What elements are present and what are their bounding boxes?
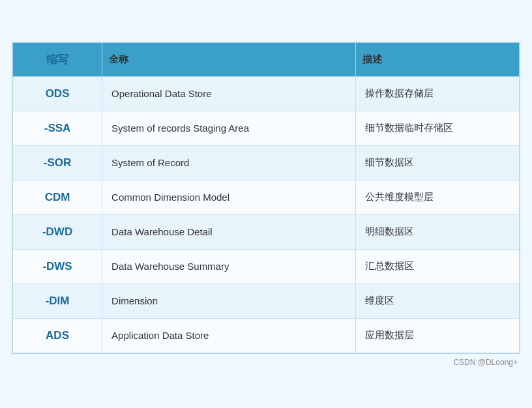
cell-desc: 汇总数据区	[355, 249, 519, 284]
table-row: -SSASystem of records Staging Area细节数据临时…	[13, 111, 520, 145]
cell-abbr: -DIM	[13, 284, 102, 318]
table-row: -DIMDimension维度区	[13, 284, 520, 318]
cell-full: Application Data Store	[102, 318, 356, 353]
cell-full: Common Dimension Model	[102, 180, 356, 214]
cell-desc: 细节数据区	[355, 145, 519, 180]
cell-full: Dimension	[102, 284, 356, 318]
cell-full: System of records Staging Area	[102, 111, 356, 145]
cell-full: Data Warehouse Detail	[102, 214, 356, 249]
cell-abbr: CDM	[13, 180, 102, 214]
cell-desc: 维度区	[355, 284, 519, 318]
table-body: ODSOperational Data Store操作数据存储层-SSASyst…	[13, 76, 520, 353]
cell-desc: 操作数据存储层	[355, 76, 519, 111]
cell-desc: 公共维度模型层	[355, 180, 519, 214]
table-row: CDMCommon Dimension Model公共维度模型层	[13, 180, 520, 214]
cell-abbr: -DWS	[13, 249, 102, 284]
header-full: 全称	[102, 42, 356, 76]
header-desc: 描述	[355, 42, 519, 76]
cell-abbr: -SSA	[13, 111, 102, 145]
footer-credit: CSDN @DLoong+	[12, 358, 520, 367]
table-row: -DWDData Warehouse Detail明细数据区	[13, 214, 520, 249]
table-row: -DWSData Warehouse Summary汇总数据区	[13, 249, 520, 284]
table-header-row: 缩写 全称 描述	[13, 42, 520, 76]
table-row: ADSApplication Data Store应用数据层	[13, 318, 520, 353]
data-table: 缩写 全称 描述 ODSOperational Data Store操作数据存储…	[12, 42, 520, 353]
main-table-wrapper: 缩写 全称 描述 ODSOperational Data Store操作数据存储…	[12, 42, 520, 354]
cell-abbr: -DWD	[13, 214, 102, 249]
cell-full: System of Record	[102, 145, 356, 180]
cell-abbr: ADS	[13, 318, 102, 353]
cell-full: Operational Data Store	[102, 76, 356, 111]
cell-desc: 明细数据区	[355, 214, 519, 249]
table-row: -SORSystem of Record细节数据区	[13, 145, 520, 180]
cell-full: Data Warehouse Summary	[102, 249, 356, 284]
cell-abbr: -SOR	[13, 145, 102, 180]
table-row: ODSOperational Data Store操作数据存储层	[13, 76, 520, 111]
cell-desc: 细节数据临时存储区	[355, 111, 519, 145]
header-abbr: 缩写	[13, 42, 102, 76]
cell-desc: 应用数据层	[355, 318, 519, 353]
cell-abbr: ODS	[13, 76, 102, 111]
